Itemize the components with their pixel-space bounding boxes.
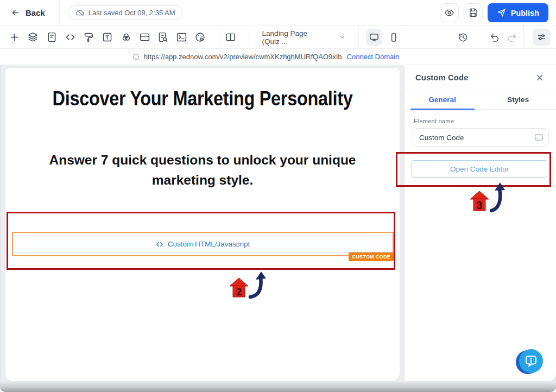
annotation-step2-number: 2 <box>236 286 242 298</box>
close-panel-button[interactable] <box>533 71 546 84</box>
chevron-down-icon <box>339 34 345 41</box>
floppy-save-icon <box>468 8 478 18</box>
element-name-input[interactable] <box>412 128 549 147</box>
window-icon <box>139 31 150 43</box>
code-element-button[interactable] <box>65 31 76 44</box>
page-selector-dropdown[interactable]: Landing Page (Quiz ... <box>255 29 353 46</box>
divider <box>59 0 60 26</box>
undo-icon <box>489 32 500 43</box>
element-name-field-wrap <box>412 128 549 147</box>
window-footer <box>0 381 556 392</box>
send-icon <box>497 8 506 17</box>
preview-button[interactable] <box>440 3 459 22</box>
info-chat-icon <box>519 349 543 373</box>
custom-code-badge: CUSTOM CODE <box>349 252 394 261</box>
publish-label: Publish <box>511 9 539 17</box>
help-chat-button[interactable] <box>516 349 543 375</box>
open-code-editor-button[interactable]: Open Code Editor <box>412 160 547 178</box>
layers-button[interactable] <box>27 31 39 44</box>
desktop-icon <box>369 32 380 43</box>
shapes-button[interactable] <box>120 31 131 44</box>
chat-bubble <box>519 349 543 373</box>
page-subheading: Answer 7 quick questions to unlock your … <box>32 150 373 191</box>
brush-button[interactable] <box>83 31 94 44</box>
add-element-button[interactable] <box>9 31 20 44</box>
form-icon <box>46 31 58 43</box>
plus-icon <box>9 31 20 43</box>
terminal-icon <box>176 31 187 43</box>
redo-icon <box>507 32 517 43</box>
form-button[interactable] <box>46 31 57 44</box>
window-section-button[interactable] <box>139 31 150 44</box>
close-icon <box>535 73 544 82</box>
custom-code-label: Custom HTML/Javascript <box>168 240 250 248</box>
tab-styles[interactable]: Styles <box>481 90 556 109</box>
desktop-view-button[interactable] <box>366 29 382 46</box>
connect-domain-link[interactable]: Connect Domain <box>347 53 400 61</box>
doc-search-button[interactable] <box>157 31 169 44</box>
terminal-button[interactable] <box>176 31 187 44</box>
blend-shapes-icon <box>121 31 132 43</box>
custom-code-placeholder[interactable]: Custom HTML/Javascript <box>13 236 393 252</box>
columns-icon <box>225 31 236 43</box>
topbar: Back Last saved Oct 09, 2:35 AM <box>0 0 556 26</box>
theme-button[interactable] <box>194 31 206 44</box>
mobile-icon <box>388 32 399 43</box>
paint-roller-icon <box>83 31 94 43</box>
mobile-view-button[interactable] <box>386 29 402 46</box>
annotation-box-step3: Open Code Editor <box>396 152 551 187</box>
app-window: Back Last saved Oct 09, 2:35 AM <box>0 0 556 392</box>
divider <box>219 26 219 48</box>
save-status-text: Last saved Oct 09, 2:35 AM <box>89 9 175 17</box>
document-search-icon <box>157 31 169 43</box>
code-icon <box>65 31 76 43</box>
element-name-label: Element name <box>414 118 556 124</box>
divider <box>407 26 407 48</box>
back-label: Back <box>26 8 45 17</box>
preview-url-bar: https://app.zednow.com/v2/preview/cwmXKz… <box>0 49 556 65</box>
text-icon <box>102 31 113 43</box>
panel-tabs: General Styles <box>405 90 556 110</box>
undo-button[interactable] <box>487 29 502 46</box>
divider <box>523 26 524 48</box>
page-selector-label: Landing Page (Quiz ... <box>262 29 325 46</box>
save-button[interactable] <box>464 3 483 22</box>
custom-code-element[interactable]: Custom HTML/Javascript CUSTOM CODE <box>12 232 394 256</box>
code-icon <box>156 241 163 248</box>
sliders-icon <box>536 32 547 42</box>
status-dot-icon <box>133 54 139 60</box>
settings-panel: Custom Code General Styles Element name <box>405 65 556 381</box>
preview-url: https://app.zednow.com/v2/preview/cwmXKz… <box>144 53 342 61</box>
history-clock-icon <box>458 32 469 43</box>
panel-header: Custom Code <box>405 65 556 90</box>
layout-columns-button[interactable] <box>224 31 236 44</box>
arrow-left-icon <box>11 8 20 17</box>
redo-button[interactable] <box>505 29 520 46</box>
back-button[interactable]: Back <box>8 6 48 20</box>
page-heading: Discover Your Marketing Personality <box>25 87 380 110</box>
cloud-off-icon <box>75 8 85 17</box>
save-status-pill: Last saved Oct 09, 2:35 AM <box>68 5 182 20</box>
publish-button[interactable]: Publish <box>488 3 548 22</box>
toolbar: Landing Page (Quiz ... <box>0 26 556 49</box>
topbar-actions: Publish <box>440 3 548 22</box>
eye-icon <box>444 8 454 18</box>
tab-general[interactable]: General <box>405 90 481 109</box>
page-canvas[interactable]: Discover Your Marketing Personality Answ… <box>5 68 400 381</box>
variable-icon <box>534 133 544 142</box>
settings-panel-toggle[interactable] <box>533 29 551 46</box>
palette-icon <box>194 31 206 43</box>
layers-icon <box>27 31 39 43</box>
annotation-step2-graphic: 2 <box>224 270 276 304</box>
divider <box>358 26 359 48</box>
panel-title: Custom Code <box>415 73 469 82</box>
text-button[interactable] <box>102 31 113 44</box>
divider <box>477 26 477 48</box>
divider <box>249 26 249 48</box>
history-button[interactable] <box>456 29 471 46</box>
